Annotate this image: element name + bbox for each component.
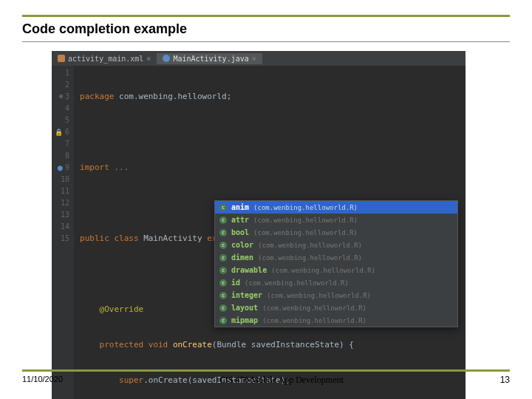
class-icon: c xyxy=(219,229,227,236)
completion-item[interactable]: canim(com.wenbing.helloworld.R) xyxy=(215,201,457,214)
class-icon: c xyxy=(219,292,227,299)
ide-screenshot: activity_main.xml × MainActivity.java × … xyxy=(52,51,466,399)
tab-label: MainActivity.java xyxy=(173,55,248,63)
completion-item[interactable]: ccolor(com.wenbing.helloworld.R) xyxy=(215,239,457,251)
fold-icon[interactable]: ⊞ xyxy=(59,91,63,103)
completion-item[interactable]: cattr(com.wenbing.helloworld.R) xyxy=(215,214,457,226)
footer-course: CIS 470 Mobile App Development xyxy=(219,375,344,386)
completion-item[interactable]: cmipmap(com.wenbing.helloworld.R) xyxy=(215,314,457,327)
slide-title: Code completion example xyxy=(22,18,510,42)
class-icon: c xyxy=(219,204,227,211)
footer-page: 13 xyxy=(500,375,510,386)
completion-item[interactable]: cbool(com.wenbing.helloworld.R) xyxy=(215,226,457,239)
completion-item[interactable]: cdimen(com.wenbing.helloworld.R) xyxy=(215,251,457,264)
close-icon[interactable]: × xyxy=(146,55,151,63)
editor-tabs: activity_main.xml × MainActivity.java × xyxy=(52,51,466,66)
slide-footer: 11/10/2020 CIS 470 Mobile App Developmen… xyxy=(22,369,510,386)
completion-item[interactable]: clayout(com.wenbing.helloworld.R) xyxy=(215,301,457,314)
class-icon: c xyxy=(219,317,227,324)
class-icon: c xyxy=(219,254,227,262)
tab-activity-main[interactable]: activity_main.xml × xyxy=(52,53,157,64)
class-icon: c xyxy=(219,216,227,224)
completion-item[interactable]: cdrawable(com.wenbing.helloworld.R) xyxy=(215,264,457,276)
line-gutter: 1 2 ⊞3 4 5 🔒6 7 8 ●9 10 11 12 13 14 15 xyxy=(52,66,74,399)
lock-icon: 🔒 xyxy=(55,126,63,138)
tab-label: activity_main.xml xyxy=(68,55,143,63)
close-icon[interactable]: × xyxy=(252,55,256,63)
class-icon: c xyxy=(219,267,227,274)
xml-file-icon xyxy=(58,55,65,62)
class-icon: c xyxy=(219,279,227,287)
override-icon[interactable]: ● xyxy=(58,162,63,174)
footer-date: 11/10/2020 xyxy=(22,375,63,386)
tab-main-activity[interactable]: MainActivity.java × xyxy=(157,53,262,64)
completion-item[interactable]: cinteger(com.wenbing.helloworld.R) xyxy=(215,289,457,301)
class-icon: c xyxy=(219,242,227,249)
java-file-icon xyxy=(163,55,170,62)
completion-item[interactable]: cid(com.wenbing.helloworld.R) xyxy=(215,276,457,289)
class-icon: c xyxy=(219,304,227,312)
completion-popup[interactable]: canim(com.wenbing.helloworld.R) cattr(co… xyxy=(214,200,458,327)
